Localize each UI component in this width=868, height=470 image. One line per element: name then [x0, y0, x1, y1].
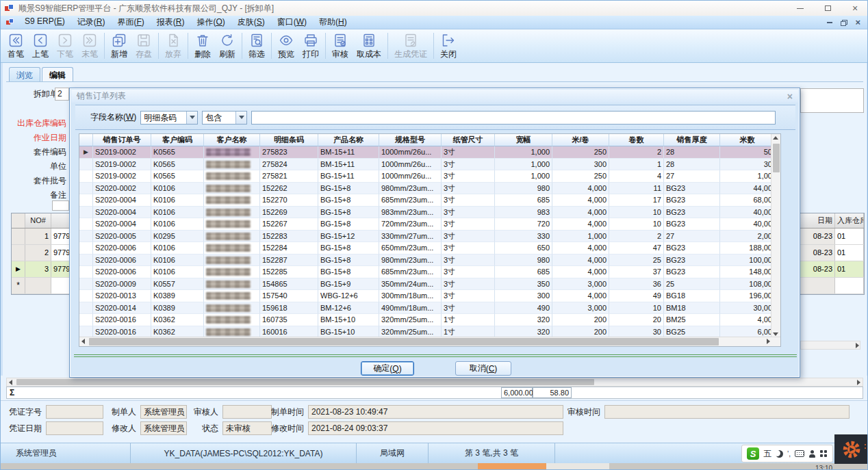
table-header-客户名称[interactable]: 客户名称	[204, 134, 260, 146]
table-cell: 650	[495, 242, 552, 254]
cancel-button[interactable]: 取消(C)	[455, 361, 511, 376]
table-row[interactable]: S2020-0016K0362160735BM-15+10320mm/25um.…	[79, 314, 780, 326]
menu-item-app[interactable]: S9 ERP(E)	[18, 15, 71, 29]
table-row[interactable]: S2020-0004K0106152269BG-15+8983mm/23um..…	[79, 207, 780, 219]
toolbar-button-close-form[interactable]: 关闭	[436, 31, 461, 61]
close-icon[interactable]: ×	[841, 1, 868, 16]
toolbar-button-voucher[interactable]: 生成凭证	[390, 31, 431, 61]
menu-item-记录[interactable]: 记录(R)	[71, 15, 112, 29]
table-cell: 350	[495, 278, 552, 291]
person-icon[interactable]	[808, 450, 816, 458]
table-cell	[204, 254, 260, 267]
menu-item-皮肤[interactable]: 皮肤(S)	[231, 15, 271, 29]
vscroll-thumb[interactable]	[773, 144, 780, 172]
table-cell: 11	[609, 183, 664, 195]
table-row[interactable]: S2020-0006K0106152285BG-15+8685mm/23um..…	[79, 266, 780, 278]
menu-item-窗口[interactable]: 窗口(W)	[271, 15, 313, 29]
toolbar-button-cost[interactable]: 取成本	[353, 31, 385, 61]
table-row[interactable]: S2020-0009K0557154865BG-15+9350mm/24um..…	[79, 278, 780, 291]
table-row[interactable]: S2019-0002K0565275824BM-15+111000mm/26u.…	[79, 159, 780, 171]
tab-edit[interactable]: 编辑	[42, 67, 73, 81]
table-header-明细条码[interactable]: 明细条码	[260, 134, 318, 146]
menu-item-界面[interactable]: 界面(F)	[111, 15, 150, 29]
table-row[interactable]: S2020-0004K0106152270BG-15+8685mm/23um..…	[79, 194, 780, 207]
form-hscrollbar[interactable]	[6, 378, 863, 387]
table-hscrollbar[interactable]	[79, 337, 781, 346]
table-header-纸管尺寸[interactable]: 纸管尺寸	[442, 134, 495, 146]
detail-grid-hscrollbar[interactable]	[800, 341, 860, 350]
ok-button[interactable]: 确定(Q)	[361, 361, 414, 376]
disassembly-no-field[interactable]: 2	[55, 88, 69, 101]
dialog-close-icon[interactable]: ×	[787, 92, 793, 101]
remark-field-sliver[interactable]	[800, 88, 864, 113]
table-vscrollbar[interactable]	[771, 134, 780, 338]
table-header-客户编码[interactable]: 客户编码	[151, 134, 204, 146]
table-header-卷数[interactable]: 卷数	[609, 134, 664, 146]
minimize-icon[interactable]	[787, 1, 814, 16]
form-hscroll-thumb[interactable]	[16, 379, 594, 385]
toolbar-button-first-record[interactable]: 首笔	[3, 31, 28, 61]
sogou-logo-icon[interactable]: S	[747, 447, 759, 460]
table-header-米/卷[interactable]: 米/卷	[552, 134, 609, 146]
mdi-restore-icon[interactable]	[841, 20, 847, 25]
summary-row: Σ 6,000.00 58.80	[6, 387, 863, 399]
table-header-销售订单号[interactable]: 销售订单号	[93, 134, 151, 146]
toolbar-button-prev-record[interactable]: 上笔	[28, 31, 53, 61]
table-row[interactable]: S2020-0006K0106152284BG-15+8650mm/23um..…	[79, 242, 780, 254]
filter-keyword-input[interactable]	[251, 111, 776, 125]
maximize-icon[interactable]	[814, 1, 841, 16]
table-cell: 44,00	[720, 183, 775, 195]
mdi-minimize-icon[interactable]	[827, 22, 832, 23]
toolbar-button-label: 预览	[278, 49, 294, 60]
toolbar-button-save[interactable]: 存盘	[131, 31, 156, 61]
taskbar-active-button[interactable]	[478, 463, 546, 470]
table-row[interactable]: ▶S2019-0002K0565275823BM-15+111000mm/26u…	[79, 146, 780, 159]
toolbar-button-label: 筛选	[248, 49, 265, 60]
toolbar-button-delete[interactable]: 删除	[190, 31, 215, 61]
table-row[interactable]: S2020-0002K0106152262BG-15+8980mm/23um..…	[79, 183, 780, 195]
table-header-宽幅[interactable]: 宽幅	[495, 134, 552, 146]
table-cell: BG-15+11	[318, 170, 379, 183]
table-row[interactable]: S2020-0013K0389157540WBG-12+6300mm/18um.…	[79, 290, 780, 302]
menu-item-帮助[interactable]: 帮助(H)	[313, 15, 353, 29]
table-row[interactable]: S2020-0004K0106152267BG-15+8720mm/23um..…	[79, 218, 780, 231]
chevron-down-icon[interactable]	[235, 112, 246, 124]
filter-operator-dropdown[interactable]: 包含	[202, 111, 247, 125]
punctuation-mode-icon[interactable]: ’,	[787, 450, 791, 458]
toolbar-button-discard[interactable]: 放弃	[161, 31, 186, 61]
filter-field-dropdown[interactable]: 明细条码	[140, 111, 198, 125]
table-row[interactable]: S2019-0002K0565275821BG-15+111000mm/26u.…	[79, 170, 780, 183]
toolbar-button-filter-search[interactable]: 筛选	[244, 31, 269, 61]
row-selector	[79, 218, 93, 231]
taskbar[interactable]: 13:10	[1, 463, 868, 470]
footer-field-修改时间[interactable]: 2021-08-24 09:03:37	[308, 421, 563, 435]
toolbar-button-add-new[interactable]: 新增	[107, 31, 131, 61]
table-header-规格型号[interactable]: 规格型号	[379, 134, 442, 146]
wubi-mode-icon[interactable]: 五	[763, 448, 771, 460]
footer-field-审核时间[interactable]	[604, 405, 850, 419]
toolbar-button-print[interactable]: 打印	[298, 31, 323, 61]
chevron-down-icon[interactable]	[186, 112, 197, 124]
toolbar-button-last-record[interactable]: 末笔	[77, 31, 102, 61]
table-row[interactable]: S2020-0014K0389159618BM-12+6490mm/18um..…	[79, 302, 780, 315]
tab-browse[interactable]: 浏览	[9, 67, 40, 81]
menu-item-操作[interactable]: 操作(O)	[190, 15, 231, 29]
menu-bar: S9 ERP(E)记录(R)界面(F)报表(R)操作(O)皮肤(S)窗口(W)帮…	[1, 16, 868, 29]
taskbar-button[interactable]	[546, 463, 609, 470]
table-header-产品名称[interactable]: 产品名称	[318, 134, 379, 146]
toolbar-button-preview[interactable]: 预览	[274, 31, 298, 61]
toolbar-button-refresh[interactable]: 刷新	[215, 31, 240, 61]
hscroll-thumb[interactable]	[89, 338, 719, 345]
moon-icon[interactable]	[776, 450, 783, 458]
table-row[interactable]: S2020-0006K0106152287BG-15+8980mm/23um..…	[79, 254, 780, 267]
menu-item-报表[interactable]: 报表(R)	[151, 15, 191, 29]
table-header-销售厚度[interactable]: 销售厚度	[664, 134, 720, 146]
table-row[interactable]: S2020-0005K0295152283BG-15+12330mm/27um.…	[79, 231, 780, 243]
toolbox-icon[interactable]	[820, 450, 827, 457]
app-shortcut[interactable]	[834, 434, 868, 464]
toolbar-button-audit[interactable]: 审核	[328, 31, 353, 61]
keyboard-icon[interactable]	[795, 450, 804, 457]
mdi-close-icon[interactable]: ×	[855, 19, 860, 26]
table-header-米数[interactable]: 米数	[720, 134, 775, 146]
toolbar-button-next-record[interactable]: 下笔	[53, 31, 77, 61]
